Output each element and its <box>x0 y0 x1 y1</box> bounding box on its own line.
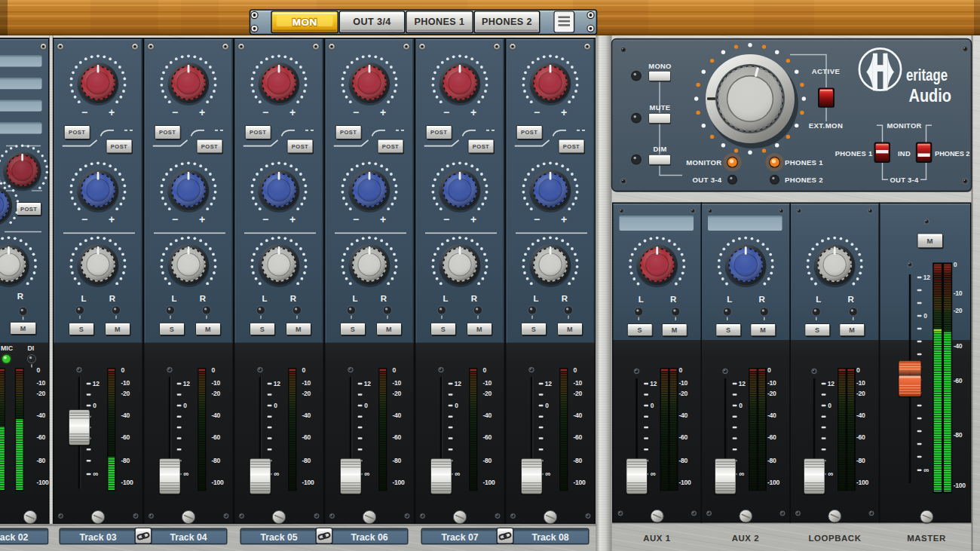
svg-text:+: + <box>109 213 115 225</box>
svg-text:-80: -80 <box>393 457 402 464</box>
svg-text:Track 07: Track 07 <box>441 532 478 543</box>
svg-text:−: − <box>534 213 540 225</box>
svg-text:POST: POST <box>563 143 580 150</box>
svg-text:M: M <box>567 326 573 333</box>
svg-text:-40: -40 <box>302 412 311 419</box>
svg-text:0: 0 <box>828 402 831 409</box>
svg-text:L: L <box>639 295 644 304</box>
svg-text:12: 12 <box>455 380 462 387</box>
svg-text:0: 0 <box>651 402 654 409</box>
svg-text:-20: -20 <box>302 390 311 397</box>
svg-text:-80: -80 <box>212 457 221 464</box>
svg-text:-40: -40 <box>37 412 46 419</box>
svg-text:+: + <box>561 106 567 118</box>
svg-text:-100: -100 <box>212 479 225 486</box>
svg-text:OUT 3-4: OUT 3-4 <box>693 176 722 184</box>
svg-text:−: − <box>81 213 87 225</box>
svg-text:-40: -40 <box>954 342 963 350</box>
svg-text:0: 0 <box>93 402 96 409</box>
svg-text:-40: -40 <box>767 412 776 419</box>
svg-text:0: 0 <box>545 402 549 409</box>
svg-text:12: 12 <box>828 380 835 387</box>
svg-text:L: L <box>81 294 86 303</box>
svg-text:-10: -10 <box>37 379 46 387</box>
svg-text:-60: -60 <box>954 377 963 384</box>
svg-text:+: + <box>380 213 386 225</box>
svg-text:-100: -100 <box>954 482 966 489</box>
svg-text:M: M <box>927 237 933 245</box>
svg-text:MASTER: MASTER <box>907 534 946 543</box>
svg-text:M: M <box>672 326 678 334</box>
svg-text:-40: -40 <box>121 412 130 419</box>
svg-text:-10: -10 <box>679 379 688 387</box>
svg-text:-60: -60 <box>302 433 311 441</box>
svg-text:-20: -20 <box>393 390 402 397</box>
svg-text:-60: -60 <box>483 433 492 441</box>
svg-text:POST: POST <box>473 143 489 150</box>
svg-text:AUX 1: AUX 1 <box>643 534 671 543</box>
svg-text:M: M <box>115 326 121 333</box>
svg-text:AUX 2: AUX 2 <box>732 534 760 543</box>
svg-text:0: 0 <box>364 402 368 409</box>
svg-text:0: 0 <box>302 366 306 374</box>
svg-text:∞: ∞ <box>274 470 279 478</box>
svg-text:IND: IND <box>898 149 911 158</box>
svg-text:L: L <box>443 294 448 303</box>
svg-text:eritage: eritage <box>906 66 948 84</box>
svg-text:M: M <box>476 326 482 333</box>
svg-text:S: S <box>815 326 819 334</box>
svg-text:−: − <box>262 106 268 118</box>
svg-text:L: L <box>171 294 176 303</box>
svg-text:S: S <box>531 326 536 333</box>
svg-text:S: S <box>170 326 174 333</box>
svg-text:∞: ∞ <box>183 470 188 478</box>
svg-text:-100: -100 <box>679 479 692 486</box>
svg-text:-100: -100 <box>121 479 134 486</box>
svg-text:MON: MON <box>292 17 317 28</box>
svg-text:PHONES 1: PHONES 1 <box>785 158 823 167</box>
svg-text:-10: -10 <box>302 379 311 387</box>
svg-text:-100: -100 <box>302 479 315 486</box>
svg-text:M: M <box>296 326 302 333</box>
svg-text:+: + <box>561 213 567 225</box>
svg-text:-20: -20 <box>121 390 130 397</box>
svg-text:-40: -40 <box>856 412 865 419</box>
svg-text:0: 0 <box>212 366 216 374</box>
svg-text:-40: -40 <box>679 412 688 419</box>
svg-text:R: R <box>290 294 297 303</box>
svg-text:POST: POST <box>292 143 308 150</box>
svg-text:MUTE: MUTE <box>650 103 671 112</box>
svg-text:DIM: DIM <box>653 145 666 153</box>
svg-text:-80: -80 <box>37 457 46 464</box>
svg-text:0: 0 <box>739 402 743 409</box>
svg-text:-80: -80 <box>302 457 311 464</box>
svg-text:-20: -20 <box>767 390 776 397</box>
svg-text:L: L <box>262 294 267 303</box>
svg-text:-10: -10 <box>483 379 492 387</box>
svg-text:-20: -20 <box>856 390 865 397</box>
svg-text:-100: -100 <box>393 479 406 486</box>
svg-text:-10: -10 <box>856 379 865 387</box>
svg-text:POST: POST <box>111 143 127 150</box>
svg-text:−: − <box>534 106 540 118</box>
svg-text:POST: POST <box>20 206 37 213</box>
svg-text:0: 0 <box>183 402 187 409</box>
svg-text:-60: -60 <box>121 433 130 441</box>
svg-text:S: S <box>79 326 84 333</box>
svg-text:0: 0 <box>574 366 577 374</box>
svg-text:+: + <box>470 106 476 118</box>
svg-text:S: S <box>726 326 730 334</box>
svg-text:12: 12 <box>650 380 657 387</box>
svg-text:-20: -20 <box>574 390 583 397</box>
svg-text:+: + <box>199 213 205 225</box>
svg-text:12: 12 <box>274 380 281 387</box>
svg-text:−: − <box>81 106 87 118</box>
svg-text:∞: ∞ <box>651 470 656 478</box>
svg-text:-10: -10 <box>121 379 130 387</box>
svg-text:-60: -60 <box>856 433 865 441</box>
svg-text:-80: -80 <box>483 457 492 464</box>
svg-text:-60: -60 <box>767 433 776 441</box>
svg-text:0: 0 <box>393 366 397 374</box>
svg-text:Track 04: Track 04 <box>170 532 207 543</box>
svg-text:−: − <box>172 106 178 118</box>
